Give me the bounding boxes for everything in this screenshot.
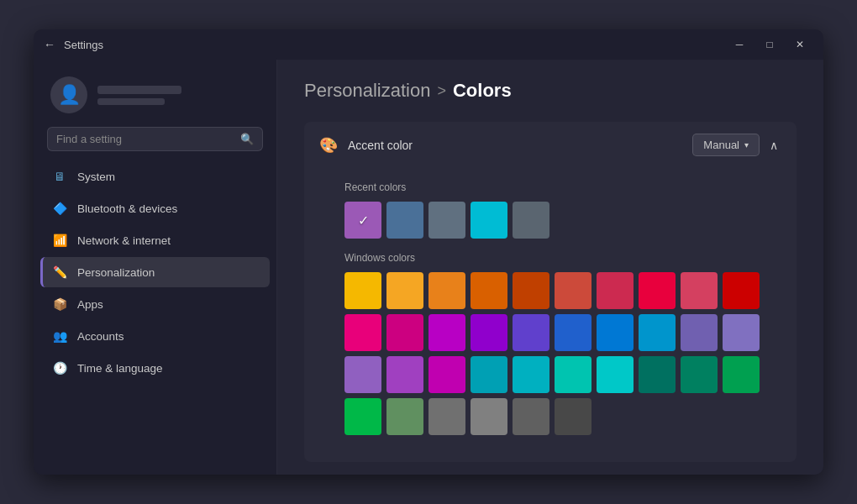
sidebar-item-apps[interactable]: 📦 Apps <box>40 289 270 319</box>
windows-color-swatch[interactable] <box>639 314 676 351</box>
color-section-body: Recent colors Windows colors <box>304 168 797 462</box>
windows-color-swatch[interactable] <box>555 272 591 309</box>
breadcrumb: Personalization > Colors <box>304 80 797 102</box>
breadcrumb-parent: Personalization <box>304 80 430 102</box>
titlebar-title: Settings <box>64 39 103 51</box>
sidebar-item-system[interactable]: 🖥 System <box>40 161 270 192</box>
accounts-icon: 👥 <box>52 328 67 344</box>
chevron-down-icon: ▾ <box>744 140 749 150</box>
windows-color-swatch[interactable] <box>639 356 676 393</box>
avatar-icon: 👤 <box>58 84 81 106</box>
windows-color-swatch[interactable] <box>428 356 465 393</box>
time-icon: 🕐 <box>52 360 67 375</box>
windows-color-swatch[interactable] <box>471 398 507 435</box>
nav-items: 🖥 System 🔷 Bluetooth & devices 📶 Network… <box>34 161 276 383</box>
sidebar-item-time[interactable]: 🕐 Time & language <box>40 353 270 383</box>
recent-color-swatch[interactable] <box>344 202 381 239</box>
windows-color-swatch[interactable] <box>471 272 507 309</box>
breadcrumb-current: Colors <box>453 80 512 102</box>
windows-color-swatch[interactable] <box>386 398 423 435</box>
windows-color-swatch[interactable] <box>386 272 423 309</box>
time-label: Time & language <box>77 362 163 375</box>
sidebar: 👤 🔍 🖥 System 🔷 Bluetooth & device <box>34 60 277 475</box>
recent-colors-grid <box>344 202 781 239</box>
apps-label: Apps <box>77 298 103 311</box>
windows-color-swatch[interactable] <box>428 272 465 309</box>
recent-colors-label: Recent colors <box>344 181 781 193</box>
dropdown-label: Manual <box>703 139 739 151</box>
windows-color-swatch[interactable] <box>639 272 676 309</box>
user-info <box>97 86 181 105</box>
windows-color-swatch[interactable] <box>597 314 634 351</box>
windows-color-swatch[interactable] <box>471 314 507 351</box>
windows-color-swatch[interactable] <box>428 314 465 351</box>
sidebar-item-accounts[interactable]: 👥 Accounts <box>40 321 270 351</box>
search-box[interactable]: 🔍 <box>47 127 263 151</box>
windows-color-swatch[interactable] <box>513 398 549 435</box>
windows-colors-grid <box>344 272 781 435</box>
accent-color-card: 🎨 Accent color Manual ▾ ∧ Recent colors <box>304 122 797 462</box>
windows-color-swatch[interactable] <box>386 356 423 393</box>
windows-color-swatch[interactable] <box>344 398 381 435</box>
windows-color-swatch[interactable] <box>471 356 507 393</box>
windows-color-swatch[interactable] <box>513 356 549 393</box>
windows-color-swatch[interactable] <box>555 398 591 435</box>
accent-icon: 🎨 <box>319 136 338 155</box>
network-label: Network & internet <box>77 234 171 247</box>
windows-color-swatch[interactable] <box>723 314 760 351</box>
section-control: Manual ▾ ∧ <box>692 134 781 156</box>
recent-color-swatch[interactable] <box>513 202 549 239</box>
search-icon: 🔍 <box>240 133 254 145</box>
avatar: 👤 <box>50 76 87 113</box>
recent-color-swatch[interactable] <box>471 202 507 239</box>
collapse-button[interactable]: ∧ <box>766 135 781 155</box>
titlebar-left: ← Settings <box>44 38 103 51</box>
bluetooth-label: Bluetooth & devices <box>77 202 177 215</box>
windows-color-swatch[interactable] <box>386 314 423 351</box>
windows-color-swatch[interactable] <box>681 314 718 351</box>
windows-color-swatch[interactable] <box>555 314 591 351</box>
windows-color-swatch[interactable] <box>344 314 381 351</box>
windows-color-swatch[interactable] <box>681 356 718 393</box>
apps-icon: 📦 <box>52 297 67 312</box>
recent-color-swatch[interactable] <box>428 202 465 239</box>
windows-color-swatch[interactable] <box>428 398 465 435</box>
windows-color-swatch[interactable] <box>344 272 381 309</box>
windows-color-swatch[interactable] <box>723 356 760 393</box>
sidebar-item-network[interactable]: 📶 Network & internet <box>40 225 270 255</box>
maximize-button[interactable]: □ <box>756 33 783 56</box>
windows-color-swatch[interactable] <box>555 356 591 393</box>
user-name <box>97 86 181 94</box>
user-section: 👤 <box>34 70 276 127</box>
sidebar-item-personalization[interactable]: ✏️ Personalization <box>40 257 270 287</box>
network-icon: 📶 <box>52 233 67 248</box>
close-button[interactable]: ✕ <box>786 33 813 56</box>
back-button[interactable]: ← <box>44 38 55 51</box>
minimize-button[interactable]: ─ <box>726 33 753 56</box>
manual-dropdown[interactable]: Manual ▾ <box>692 134 760 156</box>
bluetooth-icon: 🔷 <box>52 201 67 216</box>
search-input[interactable] <box>56 133 234 145</box>
recent-color-swatch[interactable] <box>386 202 423 239</box>
windows-color-swatch[interactable] <box>513 272 549 309</box>
windows-color-swatch[interactable] <box>597 272 634 309</box>
system-icon: 🖥 <box>52 169 67 184</box>
sidebar-item-bluetooth[interactable]: 🔷 Bluetooth & devices <box>40 193 270 223</box>
breadcrumb-separator: > <box>437 82 446 100</box>
system-label: System <box>77 171 115 183</box>
settings-window: ← Settings ─ □ ✕ 👤 🔍 <box>34 29 823 475</box>
windows-color-swatch[interactable] <box>723 272 760 309</box>
windows-colors-label: Windows colors <box>344 252 781 264</box>
windows-color-swatch[interactable] <box>344 356 381 393</box>
windows-color-swatch[interactable] <box>597 356 634 393</box>
accent-color-header[interactable]: 🎨 Accent color Manual ▾ ∧ <box>304 122 797 168</box>
content-area: Personalization > Colors 🎨 Accent color … <box>277 60 823 475</box>
section-header-left: 🎨 Accent color <box>319 136 413 155</box>
accounts-label: Accounts <box>77 330 124 343</box>
user-subtitle <box>97 98 165 105</box>
titlebar-controls: ─ □ ✕ <box>726 33 813 56</box>
windows-color-swatch[interactable] <box>681 272 718 309</box>
personalization-label: Personalization <box>77 266 155 279</box>
main-content: 👤 🔍 🖥 System 🔷 Bluetooth & device <box>34 60 823 475</box>
windows-color-swatch[interactable] <box>513 314 549 351</box>
